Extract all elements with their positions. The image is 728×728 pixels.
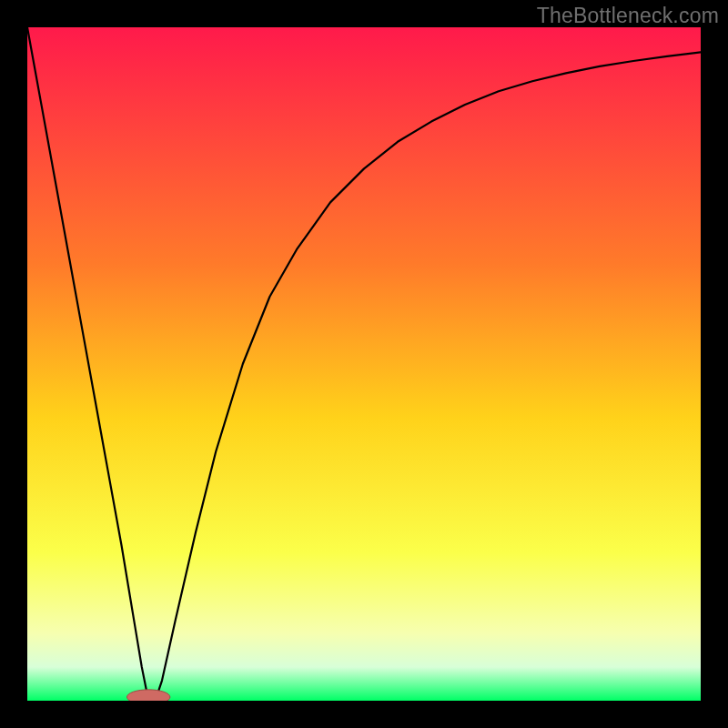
optimal-marker [127, 690, 170, 701]
chart-frame: TheBottleneck.com [0, 0, 728, 728]
watermark-label: TheBottleneck.com [537, 4, 719, 28]
bottleneck-chart [27, 27, 701, 701]
plot-area [27, 27, 701, 701]
gradient-background [27, 27, 701, 701]
